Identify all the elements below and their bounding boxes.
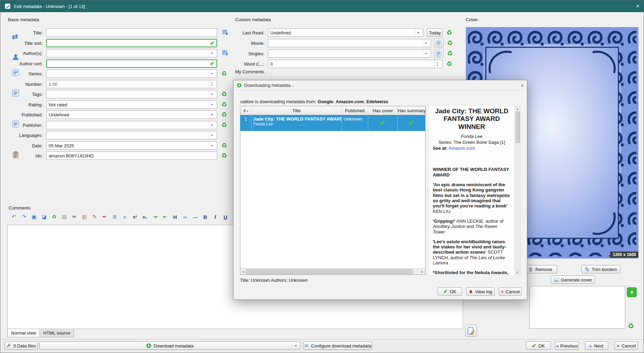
column-header-num[interactable]: #▴ xyxy=(240,106,251,115)
series-restore-icon[interactable]: ♻ xyxy=(221,71,227,77)
spin-up-icon[interactable]: ▴ xyxy=(211,81,213,84)
languages-dropdown-icon[interactable]: ▾ xyxy=(209,131,215,139)
splitter-handle[interactable]: ⋮ xyxy=(426,106,429,275)
window-titlebar[interactable]: Edit metadata - Unknown - [1 of 13] × xyxy=(0,0,644,12)
last-read-combobox[interactable]: Undefined▾ xyxy=(268,28,423,37)
title-sort-input[interactable]: ✔ xyxy=(46,39,217,47)
ids-input[interactable]: amazon:B06Y1423HD xyxy=(46,151,217,160)
date-dropdown-icon[interactable]: ▾ xyxy=(209,142,215,149)
dialog-close-icon[interactable]: × xyxy=(521,82,524,88)
superscript-icon[interactable]: x² xyxy=(131,213,139,221)
select-all-icon[interactable]: ▣ xyxy=(30,213,38,221)
series-combobox[interactable]: ▾ xyxy=(46,69,217,78)
authors-combobox[interactable]: ▾ xyxy=(46,49,217,57)
word-count-spinner[interactable]: ▴▾ xyxy=(434,60,440,68)
unordered-list-icon[interactable]: ≡ xyxy=(121,213,129,221)
singles-restore-icon[interactable]: ♻ xyxy=(447,50,453,57)
cut-icon[interactable]: ✂ xyxy=(71,213,78,221)
column-header-title[interactable]: Title xyxy=(251,106,342,115)
tags-combobox[interactable]: ▾ xyxy=(46,90,217,98)
horizontal-rule-icon[interactable]: ― xyxy=(191,213,199,221)
scroll-right-icon[interactable]: ▸ xyxy=(420,270,425,273)
window-close-icon[interactable]: × xyxy=(636,3,639,10)
horizontal-scrollbar[interactable]: ◂ ▸ xyxy=(240,268,425,274)
last-read-dropdown-icon[interactable]: ▾ xyxy=(415,29,421,36)
generate-cover-button[interactable]: Generate cover xyxy=(551,276,595,284)
results-table-header[interactable]: #▴ Title Published Has cover Has summary xyxy=(240,106,425,115)
vertical-scroll-thumb[interactable] xyxy=(516,112,520,143)
next-button[interactable]: ▸ Next xyxy=(585,342,608,350)
scroll-up-icon[interactable]: ▴ xyxy=(515,106,520,111)
tab-html-source[interactable]: HTML source xyxy=(40,329,74,337)
singles-dropdown-icon[interactable]: ▾ xyxy=(423,50,429,57)
publisher-restore-icon[interactable]: ♻ xyxy=(221,122,227,128)
column-header-has-summary[interactable]: Has summary xyxy=(398,106,426,115)
italic-icon[interactable]: I xyxy=(212,213,219,221)
published-restore-icon[interactable]: ♻ xyxy=(221,112,227,118)
today-button[interactable]: Today xyxy=(427,28,443,37)
ok-button[interactable]: ✔ OK xyxy=(526,342,551,350)
clean-html-icon[interactable]: ♻ xyxy=(50,213,58,221)
view-log-button[interactable]: View log xyxy=(466,287,495,296)
tags-dropdown-icon[interactable]: ▾ xyxy=(209,90,215,98)
singles-combobox[interactable]: ▾ xyxy=(268,49,431,58)
configure-download-metadata-button[interactable]: Configure download metadata xyxy=(303,342,372,350)
spin-up-icon[interactable]: ▴ xyxy=(437,61,438,64)
undo-icon[interactable]: ↶ xyxy=(10,213,18,221)
spin-down-icon[interactable]: ▾ xyxy=(437,64,438,67)
ids-restore-icon[interactable]: ♻ xyxy=(221,153,227,159)
rating-combobox[interactable]: Not rated▾ xyxy=(46,100,217,109)
previous-button[interactable]: ◂ Previous xyxy=(555,342,579,350)
word-count-spinbox[interactable]: 0▴▾ xyxy=(268,60,443,68)
trim-borders-button[interactable]: Trim borders xyxy=(581,265,620,273)
indent-more-icon[interactable]: ⇥ xyxy=(151,213,159,221)
column-header-published[interactable]: Published xyxy=(342,106,368,115)
download-metadata-dropdown-icon[interactable]: ▾ xyxy=(295,344,297,347)
indent-less-icon[interactable]: ⇤ xyxy=(161,213,169,221)
underline-icon[interactable]: U xyxy=(222,213,229,221)
dialog-titlebar[interactable]: Downloading metadata... × xyxy=(233,80,527,90)
auto-title-sort-icon[interactable] xyxy=(221,29,229,36)
word-count-restore-icon[interactable]: ♻ xyxy=(446,61,452,67)
rating-dropdown-icon[interactable]: ▾ xyxy=(209,101,215,108)
rating-restore-icon[interactable]: ♻ xyxy=(221,101,227,108)
amazon-link[interactable]: Amazon.com xyxy=(449,146,475,151)
insert-link-icon[interactable]: ∞ xyxy=(181,213,189,221)
dialog-cancel-button[interactable]: × Cancel xyxy=(499,287,522,296)
authors-dropdown-icon[interactable]: ▾ xyxy=(209,49,215,57)
cover-notes-area[interactable] xyxy=(529,286,625,329)
copy-icon[interactable]: ▤ xyxy=(60,213,68,221)
series-dropdown-icon[interactable]: ▾ xyxy=(209,70,215,77)
movie-edit-list-icon[interactable] xyxy=(434,39,444,48)
restore-cover-icon[interactable]: ♻ xyxy=(628,323,634,329)
date-datepicker[interactable]: 05 Mar 2025▾ xyxy=(46,141,217,150)
download-metadata-button[interactable]: Download metadata ▾ xyxy=(39,342,300,350)
series-number-spinbox[interactable]: 1.00▴▾ xyxy=(46,80,217,88)
movie-dropdown-icon[interactable]: ▾ xyxy=(423,39,429,47)
erase-icon[interactable]: ◪ xyxy=(40,213,48,221)
subscript-icon[interactable]: x₂ xyxy=(141,213,149,221)
dialog-ok-button[interactable]: ✔ OK xyxy=(438,287,462,296)
languages-combobox[interactable]: ▾ xyxy=(46,131,217,139)
tags-restore-icon[interactable]: ♻ xyxy=(221,91,227,97)
date-restore-icon[interactable]: ♻ xyxy=(221,142,227,149)
cancel-button[interactable]: × Cancel xyxy=(614,342,638,350)
column-header-has-cover[interactable]: Has cover xyxy=(368,106,398,115)
publisher-dropdown-icon[interactable]: ▾ xyxy=(209,121,215,129)
vertical-scrollbar[interactable]: ▴ ▾ xyxy=(515,106,520,275)
title-input[interactable] xyxy=(46,28,217,37)
published-dropdown-icon[interactable]: ▾ xyxy=(209,111,215,118)
heading-icon[interactable]: H xyxy=(171,213,179,221)
auto-author-sort-icon[interactable] xyxy=(221,49,229,57)
last-read-restore-icon[interactable]: ♻ xyxy=(446,30,452,36)
ordered-list-icon[interactable]: ≣ xyxy=(111,213,118,221)
data-files-button[interactable]: 0 Data files xyxy=(5,342,38,350)
publisher-combobox[interactable]: ▾ xyxy=(46,121,217,129)
result-row-selected[interactable]: 1 Jade City: THE WORLD FANTASY AWARD WIN… xyxy=(240,115,425,131)
add-cover-button[interactable]: + xyxy=(627,287,637,297)
author-sort-input[interactable]: ✔ xyxy=(46,59,217,68)
remove-cover-button[interactable]: Remove xyxy=(523,265,557,273)
movie-combobox[interactable]: ▾ xyxy=(268,39,431,47)
series-number-spinner[interactable]: ▴▾ xyxy=(209,80,215,88)
tab-normal-view[interactable]: Normal view xyxy=(7,329,40,337)
